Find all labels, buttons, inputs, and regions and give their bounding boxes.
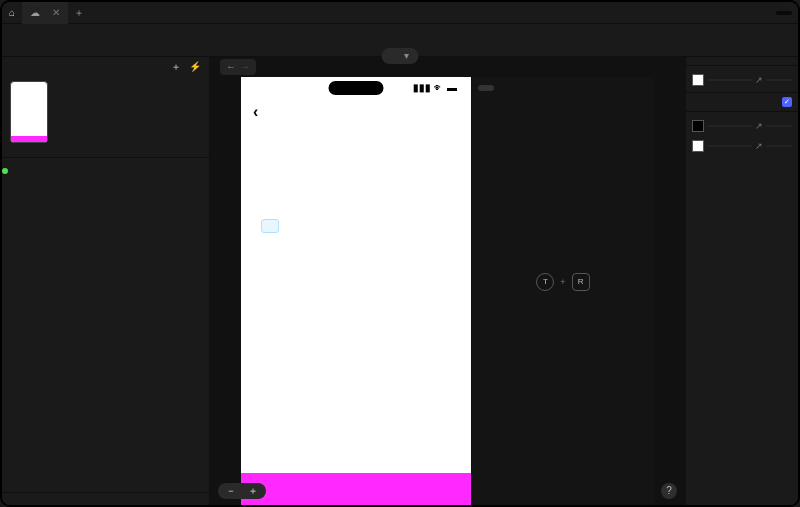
notch	[329, 81, 384, 95]
bg-fill-field[interactable]	[766, 79, 792, 81]
bg-hex-field[interactable]	[707, 79, 752, 81]
link-icon[interactable]: ↗	[755, 121, 763, 132]
help-button[interactable]: ?	[661, 483, 677, 499]
canvas-phone[interactable]: ▮▮▮ ᯤ ▬ ‹	[241, 77, 471, 505]
layer-tree[interactable]	[2, 168, 209, 492]
bg2-swatch[interactable]	[692, 140, 704, 152]
zoom-in-icon[interactable]: ＋	[248, 485, 258, 497]
response-chip[interactable]: R	[572, 273, 590, 291]
fwd-arrow-icon[interactable]: →	[240, 61, 250, 73]
wifi-icon: ᯤ	[434, 82, 444, 94]
home-icon[interactable]: ⌂	[2, 7, 22, 19]
zoom-control[interactable]: － ＋	[218, 483, 266, 499]
link-icon[interactable]: ↗	[755, 75, 763, 86]
auto-animate-icon[interactable]: ⚡	[189, 61, 201, 73]
upgrade-banner[interactable]	[776, 11, 792, 15]
interaction-chips: T + R	[536, 273, 589, 291]
history-nav[interactable]: ← →	[220, 59, 256, 75]
trigger-chip[interactable]: T	[536, 273, 554, 291]
signal-icon: ▮▮▮	[413, 82, 431, 94]
inspector-path	[686, 57, 798, 65]
bg2-hex-field[interactable]	[707, 145, 752, 147]
back-chevron-icon[interactable]: ‹	[253, 102, 258, 121]
add-trigger-button[interactable]	[478, 85, 494, 91]
scene-thumbnail[interactable]	[10, 81, 48, 143]
new-tab-button[interactable]: ＋	[68, 7, 90, 19]
contents-hex-field[interactable]	[707, 125, 752, 127]
plus-icon: +	[560, 277, 565, 288]
close-tab-icon[interactable]: ✕	[52, 7, 60, 19]
document-tab[interactable]: ☁ ✕	[22, 2, 68, 24]
statusbar-checkbox[interactable]: ✓	[782, 97, 792, 107]
device-selector[interactable]: ▾	[382, 48, 419, 64]
continue-button[interactable]	[241, 473, 471, 505]
unicorn-icon	[261, 219, 279, 233]
battery-icon: ▬	[447, 82, 457, 94]
chevron-down-icon: ▾	[404, 50, 409, 62]
variables-section[interactable]	[2, 492, 209, 505]
back-arrow-icon[interactable]: ←	[226, 61, 236, 73]
zoom-out-icon[interactable]: －	[226, 485, 236, 497]
contents-swatch[interactable]	[692, 120, 704, 132]
link-icon[interactable]: ↗	[755, 141, 763, 152]
contents-fill-field[interactable]	[766, 125, 792, 127]
bg-swatch[interactable]	[692, 74, 704, 86]
bg2-fill-field[interactable]	[766, 145, 792, 147]
cloud-icon: ☁	[30, 7, 40, 19]
add-scene-icon[interactable]: ＋	[171, 61, 181, 73]
